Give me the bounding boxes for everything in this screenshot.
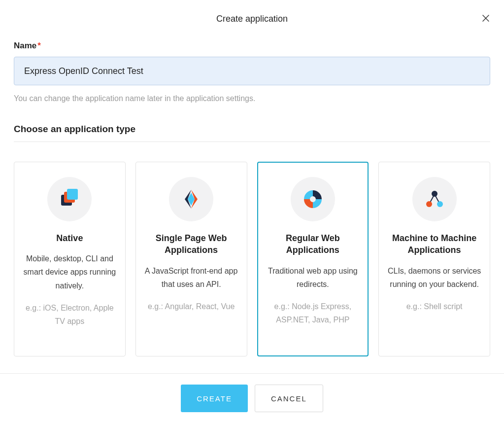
m2m-icon <box>412 177 457 221</box>
type-card-spa[interactable]: Single Page Web Applications A JavaScrip… <box>135 162 247 356</box>
card-example: e.g.: Shell script <box>387 300 482 313</box>
create-application-modal: Create application Name* You can change … <box>0 0 504 423</box>
type-card-regular-web[interactable]: Regular Web Applications Traditional web… <box>257 162 369 356</box>
native-icon <box>47 177 92 221</box>
card-example: e.g.: Angular, React, Vue <box>144 300 239 313</box>
required-asterisk: * <box>37 41 41 50</box>
card-title: Machine to Machine Applications <box>387 232 482 256</box>
card-title: Single Page Web Applications <box>144 232 239 256</box>
card-desc: Traditional web app using redirects. <box>266 264 361 291</box>
card-example: e.g.: Node.js Express, ASP.NET, Java, PH… <box>266 300 361 326</box>
card-desc: CLIs, daemons or services running on you… <box>387 264 482 291</box>
application-type-grid: Native Mobile, desktop, CLI and smart de… <box>14 162 490 356</box>
svg-rect-2 <box>67 189 78 200</box>
close-button[interactable] <box>479 12 492 25</box>
svg-point-11 <box>437 201 443 207</box>
type-card-m2m[interactable]: Machine to Machine Applications CLIs, da… <box>378 162 490 356</box>
card-desc: A JavaScript front-end app that uses an … <box>144 264 239 291</box>
cancel-button[interactable]: CANCEL <box>255 385 323 412</box>
card-desc: Mobile, desktop, CLI and smart device ap… <box>22 252 117 292</box>
create-button[interactable]: CREATE <box>181 385 248 412</box>
modal-content: Name* You can change the application nam… <box>0 29 504 356</box>
name-label-text: Name <box>14 41 36 50</box>
svg-point-10 <box>426 201 432 207</box>
modal-header: Create application <box>0 0 504 29</box>
modal-footer: CREATE CANCEL <box>0 373 504 423</box>
type-card-native[interactable]: Native Mobile, desktop, CLI and smart de… <box>14 162 126 356</box>
card-example: e.g.: iOS, Electron, Apple TV apps <box>22 301 117 328</box>
name-input[interactable] <box>14 57 490 85</box>
name-label: Name* <box>14 41 490 51</box>
type-section-title: Choose an application type <box>14 124 490 142</box>
close-icon <box>480 13 491 24</box>
regular-web-icon <box>291 177 335 221</box>
card-title: Regular Web Applications <box>266 232 361 256</box>
svg-point-9 <box>432 191 437 197</box>
card-title: Native <box>22 232 117 244</box>
name-help-text: You can change the application name late… <box>14 94 490 103</box>
spa-icon <box>169 177 213 221</box>
modal-title: Create application <box>216 14 288 24</box>
